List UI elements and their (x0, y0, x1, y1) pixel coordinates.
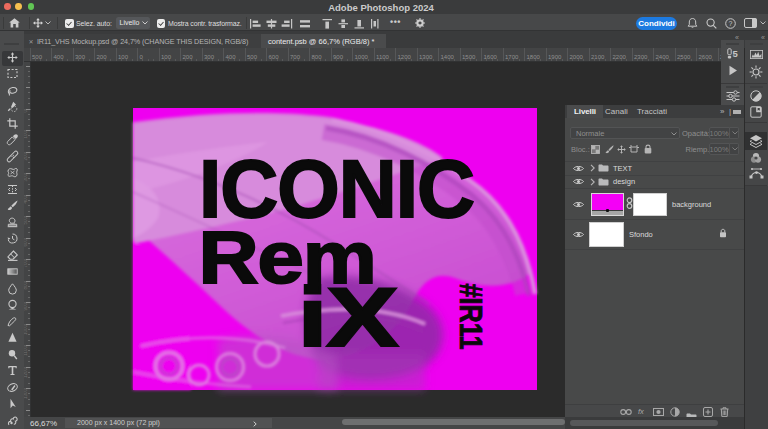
svg-text:5: 5 (733, 48, 739, 59)
svg-text:iX: iX (298, 271, 399, 364)
svg-text:?: ? (729, 20, 733, 27)
svg-text:#IR11: #IR11 (453, 284, 488, 350)
